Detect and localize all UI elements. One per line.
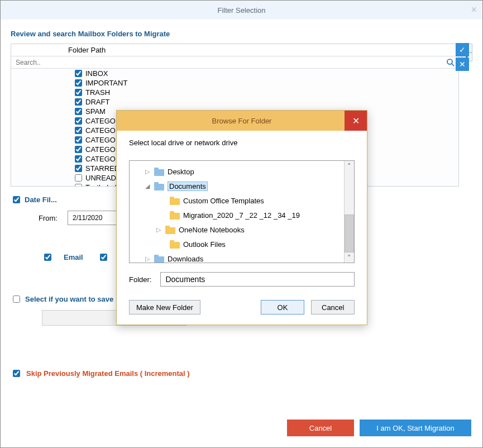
tree-item-documents[interactable]: ◢ Documents — [130, 179, 354, 193]
tree-item-migration[interactable]: Migration_2020 _7 _22 _12 _34 _19 — [130, 208, 354, 222]
svg-rect-3 — [154, 168, 159, 170]
folder-row[interactable]: IMPORTANT — [11, 78, 458, 88]
date-from-input[interactable] — [68, 211, 118, 225]
folder-label: UNREAD — [85, 174, 116, 182]
tree-item-onenote[interactable]: ▷ OneNote Notebooks — [130, 222, 354, 237]
tree-scrollbar[interactable]: ˄ ˅ — [344, 161, 354, 263]
folder-checkbox[interactable] — [75, 174, 82, 182]
tree-item-desktop[interactable]: ▷ Desktop — [130, 164, 354, 179]
skip-label: Skip Previously Migrated Emails ( Increm… — [26, 369, 190, 378]
save-option-label: Select if you want to save — [25, 295, 113, 303]
start-migration-button[interactable]: I am OK, Start Migration — [360, 420, 471, 436]
save-option-checkbox[interactable] — [13, 296, 20, 303]
tree-label: Downloads — [168, 255, 203, 263]
folder-label: TRASH — [85, 88, 110, 97]
svg-point-0 — [447, 59, 452, 64]
cancel-button[interactable]: Cancel — [287, 420, 354, 436]
dialog-title: Browse For Folder — [212, 117, 272, 125]
folder-field-label: Folder: — [129, 275, 151, 284]
scroll-down-icon[interactable]: ˅ — [345, 252, 354, 263]
search-icon[interactable] — [446, 58, 455, 67]
folder-label: DRAFT — [85, 98, 109, 106]
folder-checkbox[interactable] — [75, 70, 82, 77]
folder-checkbox[interactable] — [75, 146, 82, 153]
window-title: Filter Selection — [218, 6, 266, 15]
tree-label: Outlook Files — [183, 240, 226, 249]
scroll-up-icon[interactable]: ˄ — [345, 161, 354, 171]
collapse-icon[interactable]: ◢ — [144, 183, 151, 190]
svg-rect-13 — [170, 240, 174, 243]
dialog-close-button[interactable]: ✕ — [345, 111, 367, 131]
folder-tree[interactable]: ▷ Desktop ◢ Documents Custom Office Temp… — [129, 160, 355, 263]
tree-label: Desktop — [168, 168, 194, 176]
folder-icon — [154, 168, 164, 176]
expand-icon[interactable]: ▷ — [144, 255, 151, 263]
folder-checkbox[interactable] — [75, 184, 82, 186]
folder-checkbox[interactable] — [75, 89, 82, 96]
email-filter-checkbox[interactable] — [44, 254, 51, 261]
folder-checkbox[interactable] — [75, 98, 82, 106]
tree-label: Migration_2020 _7 _22 _12 _34 _19 — [183, 211, 300, 220]
date-filter-checkbox[interactable] — [13, 196, 20, 203]
folder-row[interactable]: TRASH — [11, 88, 458, 97]
folder-checkbox[interactable] — [75, 155, 82, 163]
svg-rect-5 — [154, 182, 159, 185]
select-all-button[interactable]: ✓ — [456, 43, 469, 56]
folder-search-row — [11, 56, 458, 69]
dialog-cancel-button[interactable]: Cancel — [311, 300, 355, 314]
tree-label-selected: Documents — [168, 182, 208, 191]
folder-icon — [154, 255, 164, 263]
dialog-ok-button[interactable]: OK — [261, 300, 304, 314]
expand-icon[interactable]: ▷ — [155, 226, 162, 233]
folder-search-input[interactable] — [15, 58, 446, 67]
tree-item-downloads[interactable]: ▷ Downloads — [130, 251, 354, 263]
svg-rect-9 — [170, 211, 174, 214]
folder-checkbox[interactable] — [75, 117, 82, 125]
email-filter-label: Email — [64, 253, 83, 261]
tree-label: Custom Office Templates — [183, 197, 264, 205]
folder-label: SPAM — [85, 107, 106, 116]
folder-icon — [154, 182, 164, 190]
svg-rect-11 — [165, 226, 170, 228]
window-close-icon[interactable]: × — [471, 4, 477, 16]
folder-icon — [165, 226, 175, 234]
filter-selection-window: Filter Selection × Review and search Mai… — [0, 0, 483, 448]
deselect-all-button[interactable]: ✕ — [456, 58, 469, 71]
make-new-folder-button[interactable]: Make New Folder — [129, 300, 200, 314]
folder-checkbox[interactable] — [75, 136, 82, 144]
section-title: Review and search Mailbox Folders to Mig… — [11, 30, 472, 38]
browse-folder-dialog: Browse For Folder ✕ Select local drive o… — [116, 110, 367, 325]
folder-header-row: Folder Path — [11, 44, 458, 56]
folder-icon — [170, 197, 180, 205]
svg-rect-15 — [154, 255, 159, 258]
folder-header-label[interactable]: Folder Path — [23, 46, 106, 54]
folder-label: INBOX — [85, 69, 108, 78]
folder-icon — [170, 211, 180, 220]
folder-row[interactable]: DRAFT — [11, 97, 458, 107]
folder-icon — [170, 240, 180, 249]
date-filter-label: Date Fil... — [25, 196, 57, 204]
dialog-hint: Select local drive or network drive — [129, 139, 355, 147]
folder-checkbox[interactable] — [75, 127, 82, 134]
folder-label: STARRED — [85, 164, 119, 173]
svg-rect-7 — [170, 197, 174, 199]
folder-checkbox[interactable] — [75, 108, 82, 115]
svg-line-1 — [452, 64, 454, 66]
tree-item-outlook[interactable]: Outlook Files — [130, 237, 354, 251]
folder-label: IMPORTANT — [85, 79, 127, 87]
folder-checkbox[interactable] — [75, 79, 82, 87]
titlebar: Filter Selection × — [1, 1, 482, 20]
date-from-label: From: — [39, 214, 58, 222]
dialog-titlebar: Browse For Folder ✕ — [117, 111, 367, 131]
scroll-thumb[interactable] — [345, 215, 354, 252]
folder-field-input[interactable] — [160, 272, 355, 287]
folder-row[interactable]: INBOX — [11, 69, 458, 78]
tree-item-custom[interactable]: Custom Office Templates — [130, 193, 354, 208]
tree-label: OneNote Notebooks — [179, 226, 245, 234]
google-filter-checkbox[interactable] — [100, 254, 107, 261]
skip-checkbox[interactable] — [13, 370, 20, 377]
folder-label: TestLabel — [85, 183, 117, 186]
folder-checkbox[interactable] — [75, 165, 82, 172]
expand-icon[interactable]: ▷ — [144, 168, 151, 175]
